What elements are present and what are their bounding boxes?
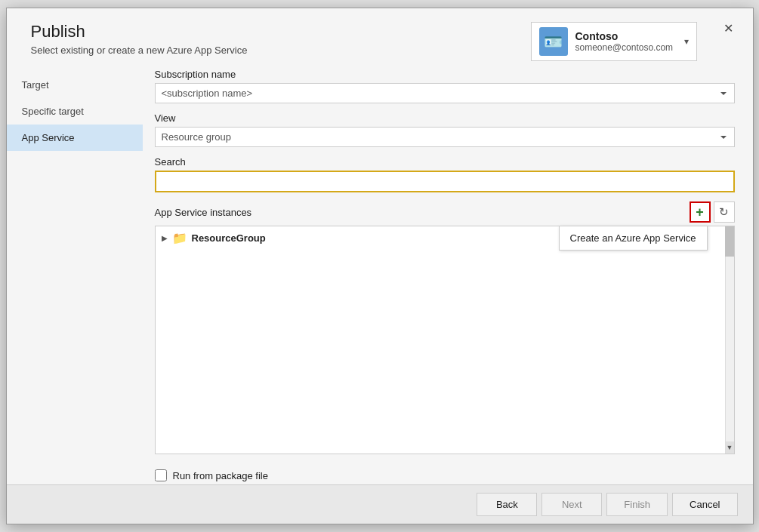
back-button[interactable]: Back: [477, 493, 537, 516]
tree-expand-arrow: ▶: [162, 234, 168, 242]
instances-label: App Service instances: [155, 207, 252, 218]
user-info: Contoso someone@contoso.com: [575, 30, 677, 53]
title-bar: Publish Select existing or create a new …: [7, 8, 753, 61]
main-content: Target Specific target App Service Subsc…: [7, 61, 753, 484]
add-tooltip: Create an Azure App Service: [559, 226, 708, 251]
sidebar-item-app-service[interactable]: App Service: [7, 125, 143, 151]
user-section[interactable]: 🪪 Contoso someone@contoso.com ▾: [531, 22, 697, 61]
subscription-select[interactable]: <subscription name>: [155, 83, 735, 103]
run-from-package-checkbox[interactable]: [155, 469, 167, 481]
dialog-title: Publish: [31, 22, 248, 42]
avatar-icon: 🪪: [544, 32, 563, 51]
view-label: View: [155, 112, 735, 124]
cancel-button[interactable]: Cancel: [672, 493, 737, 516]
instances-actions: + ↻ Create an Azure App Service: [690, 201, 735, 223]
run-from-package-label: Run from package file: [173, 470, 268, 481]
sidebar-item-specific-target[interactable]: Specific target: [7, 98, 143, 125]
publish-dialog: Publish Select existing or create a new …: [6, 8, 754, 524]
search-field-group: Search: [155, 156, 735, 192]
view-field-group: View Resource groupSubscription: [155, 112, 735, 147]
scroll-down-arrow[interactable]: ▼: [725, 441, 734, 454]
run-from-package-row: Run from package file: [155, 463, 735, 484]
close-button[interactable]: ✕: [720, 19, 738, 37]
user-dropdown-arrow[interactable]: ▾: [684, 36, 689, 47]
search-input[interactable]: [155, 171, 735, 192]
instances-list: ▶ 📁 ResourceGroup ▼: [155, 226, 735, 454]
finish-button[interactable]: Finish: [606, 493, 668, 516]
dialog-subtitle: Select existing or create a new Azure Ap…: [31, 45, 248, 56]
tree-item-label: ResourceGroup: [192, 232, 266, 244]
search-label: Search: [155, 156, 735, 168]
sidebar-item-target[interactable]: Target: [7, 72, 143, 98]
subscription-field-group: Subscription name <subscription name>: [155, 69, 735, 103]
subscription-label: Subscription name: [155, 69, 735, 80]
content-area: Subscription name <subscription name> Vi…: [143, 69, 753, 484]
instances-section: App Service instances + ↻ Create an Azur…: [155, 201, 735, 454]
sidebar: Target Specific target App Service: [7, 69, 143, 484]
scrollbar-thumb[interactable]: [725, 226, 734, 257]
view-select[interactable]: Resource groupSubscription: [155, 127, 735, 147]
dialog-footer: Back Next Finish Cancel: [7, 484, 753, 524]
instances-header: App Service instances + ↻ Create an Azur…: [155, 201, 735, 223]
add-app-service-button[interactable]: +: [690, 201, 711, 223]
user-name: Contoso: [575, 30, 677, 42]
folder-icon: 📁: [172, 231, 187, 245]
title-section: Publish Select existing or create a new …: [31, 22, 248, 56]
user-avatar: 🪪: [539, 27, 568, 56]
next-button[interactable]: Next: [541, 493, 602, 516]
scrollbar-track[interactable]: ▼: [725, 226, 734, 454]
user-email: someone@contoso.com: [575, 42, 677, 53]
refresh-button[interactable]: ↻: [714, 201, 735, 223]
